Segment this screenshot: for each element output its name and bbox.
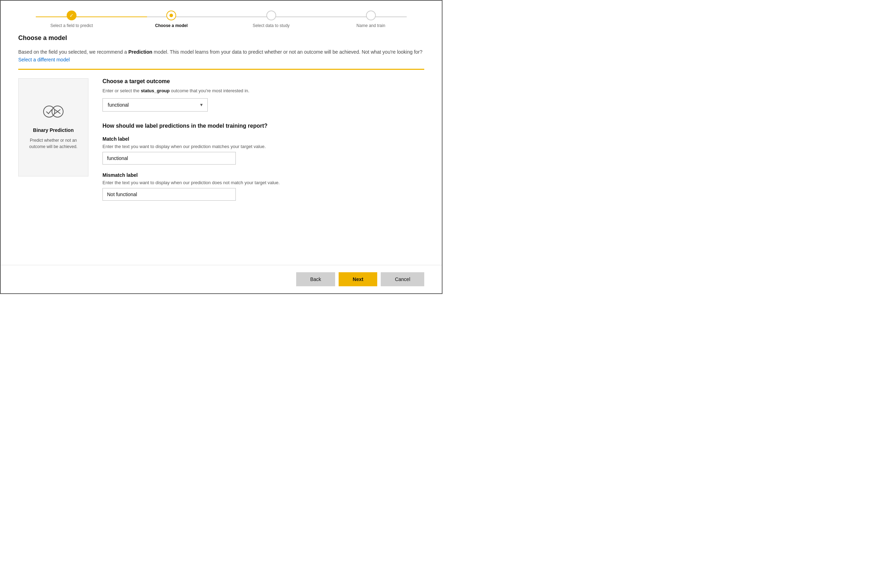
step-1-label: Select a field to predict: [50, 23, 93, 28]
recommendation-text: Based on the field you selected, we reco…: [18, 48, 424, 64]
match-label-group: Match label Enter the text you want to d…: [102, 136, 424, 165]
binary-card-title: Binary Prediction: [33, 128, 74, 133]
subtitle-suffix: outcome that you're most interested in.: [170, 88, 249, 93]
step-2-circle: [166, 10, 176, 20]
step-4-circle: [366, 10, 376, 20]
form-area: Choose a target outcome Enter or select …: [102, 78, 424, 208]
main-layout: Binary Prediction Predict whether or not…: [18, 78, 424, 208]
next-button[interactable]: Next: [339, 272, 377, 286]
page-title: Choose a model: [18, 34, 424, 42]
step-3-circle: [266, 10, 276, 20]
step-1-circle: ✓: [67, 10, 76, 20]
step-2-label: Choose a model: [155, 23, 188, 28]
target-outcome-subtitle: Enter or select the status_group outcome…: [102, 88, 424, 93]
field-name: status_group: [141, 88, 170, 93]
step-3: Select data to study: [221, 10, 321, 28]
back-button[interactable]: Back: [296, 272, 335, 286]
select-different-model-link[interactable]: Select a different model: [18, 57, 70, 63]
mismatch-label-help: Enter the text you want to display when …: [102, 180, 424, 185]
binary-icon: [43, 105, 64, 122]
rec-model-name: Prediction: [128, 49, 152, 55]
cancel-button[interactable]: Cancel: [381, 272, 424, 286]
step-2: Choose a model: [122, 10, 221, 28]
target-outcome-dropdown[interactable]: functional functional needs repair non f…: [102, 98, 208, 112]
label-section-title: How should we label predictions in the m…: [102, 123, 424, 129]
step-1: ✓ Select a field to predict: [22, 10, 122, 28]
step-4: Name and train: [321, 10, 421, 28]
target-outcome-title: Choose a target outcome: [102, 78, 424, 84]
mismatch-label-input[interactable]: [102, 188, 236, 201]
step-4-label: Name and train: [357, 23, 385, 28]
svg-point-0: [44, 106, 55, 117]
binary-card-description: Predict whether or not an outcome will b…: [26, 137, 81, 150]
step-3-label: Select data to study: [253, 23, 290, 28]
match-label-help: Enter the text you want to display when …: [102, 144, 424, 149]
mismatch-label-title: Mismatch label: [102, 172, 424, 178]
yellow-divider: [18, 69, 424, 70]
target-outcome-dropdown-wrapper: functional functional needs repair non f…: [102, 98, 208, 112]
stepper: ✓ Select a field to predict Choose a mod…: [1, 1, 442, 34]
rec-prefix: Based on the field you selected, we reco…: [18, 49, 128, 55]
mismatch-label-group: Mismatch label Enter the text you want t…: [102, 172, 424, 201]
rec-middle: model. This model learns from your data …: [152, 49, 423, 55]
match-label-input[interactable]: [102, 152, 236, 165]
bottom-bar: Back Next Cancel: [1, 265, 442, 293]
binary-prediction-card: Binary Prediction Predict whether or not…: [18, 78, 88, 177]
page-content: Choose a model Based on the field you se…: [1, 34, 442, 208]
match-label-title: Match label: [102, 136, 424, 142]
subtitle-prefix: Enter or select the: [102, 88, 141, 93]
